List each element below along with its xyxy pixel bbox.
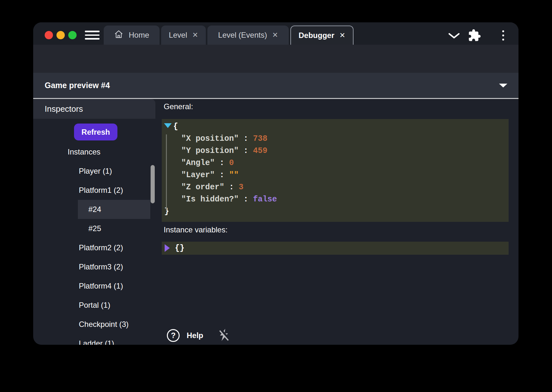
empty-object-braces: {} — [175, 242, 184, 255]
tree-item-platform4[interactable]: Platform4 (1) — [33, 276, 155, 296]
tree-item-instance-24-selected[interactable]: #24 — [78, 200, 150, 219]
colon: : — [243, 146, 248, 155]
home-icon — [114, 29, 123, 41]
property-key: "Y position" — [181, 146, 239, 155]
property-value: "" — [229, 170, 239, 180]
property-row-angle: "Angle" : 0 — [162, 157, 509, 169]
tab-label: Level (Events) — [218, 31, 267, 40]
tree-item-platform2[interactable]: Platform2 (2) — [33, 238, 155, 257]
help-question-icon[interactable]: ? — [167, 329, 180, 342]
property-value: 3 — [239, 183, 243, 192]
refresh-button[interactable]: Refresh — [74, 124, 117, 140]
title-tab-bar: Home Level ✕ Level (Events) ✕ Debugger ✕ — [33, 22, 518, 45]
property-row-y-position: "Y position" : 459 — [162, 145, 509, 157]
help-button[interactable]: Help — [187, 331, 203, 340]
app-window: Home Level ✕ Level (Events) ✕ Debugger ✕ — [33, 22, 518, 345]
property-key: "Layer" — [181, 170, 215, 180]
inspectors-header: Inspectors — [33, 99, 155, 119]
colon: : — [220, 158, 224, 168]
close-tab-icon[interactable]: ✕ — [272, 31, 278, 39]
instance-variables-label: Instance variables: — [164, 225, 228, 234]
kebab-menu-icon[interactable] — [502, 30, 504, 41]
question-glyph: ? — [171, 331, 176, 340]
tab-home[interactable]: Home — [104, 26, 160, 45]
colon: : — [243, 134, 248, 143]
preview-dropdown-caret-icon[interactable] — [499, 84, 507, 87]
property-row-x-position: "X position" : 738 — [162, 133, 509, 145]
tab-level-events[interactable]: Level (Events) ✕ — [207, 26, 289, 45]
colon: : — [220, 170, 224, 180]
instance-variables-panel: {} — [162, 242, 509, 255]
game-preview-header[interactable]: Game preview #4 — [33, 73, 518, 99]
sidebar-scrollbar-thumb[interactable] — [151, 165, 155, 203]
debugger-toolbar: Pause — [33, 45, 518, 73]
tree-item-instances[interactable]: Instances — [33, 142, 155, 162]
tree-guide-line — [166, 134, 167, 210]
property-value: 459 — [253, 146, 267, 155]
collapse-expanded-arrow-icon[interactable] — [164, 123, 172, 128]
tree-item-platform3[interactable]: Platform3 (2) — [33, 257, 155, 276]
tab-level[interactable]: Level ✕ — [161, 26, 206, 45]
maximize-window-button[interactable] — [68, 31, 77, 39]
property-value: false — [253, 195, 277, 204]
colon: : — [243, 195, 248, 204]
close-tab-icon[interactable]: ✕ — [192, 31, 198, 39]
property-key: "Angle" — [181, 158, 215, 168]
close-window-button[interactable] — [45, 31, 53, 39]
property-value: 0 — [229, 158, 234, 168]
close-tab-icon[interactable]: ✕ — [339, 31, 345, 40]
chevron-down-icon[interactable] — [448, 33, 460, 39]
tree-item-player[interactable]: Player (1) — [33, 162, 155, 181]
property-key: "Is hidden?" — [181, 195, 239, 204]
property-row-z-order: "Z order" : 3 — [162, 181, 509, 193]
tree-item-checkpoint[interactable]: Checkpoint (3) — [33, 315, 155, 334]
json-close-brace: } — [162, 206, 509, 218]
tab-label: Level — [169, 31, 187, 40]
traffic-lights — [45, 31, 77, 39]
hamburger-menu-icon[interactable] — [85, 31, 100, 40]
tree-item-portal[interactable]: Portal (1) — [33, 296, 155, 315]
property-row-layer: "Layer" : "" — [162, 169, 509, 181]
tree-item-platform1[interactable]: Platform1 (2) — [33, 181, 155, 200]
property-value: 738 — [253, 134, 267, 143]
bottom-bar: ? Help — [167, 328, 231, 343]
minimize-window-button[interactable] — [56, 31, 65, 39]
property-key: "X position" — [181, 134, 239, 143]
game-preview-title: Game preview #4 — [45, 73, 110, 98]
tab-strip: Home Level ✕ Level (Events) ✕ Debugger ✕ — [104, 26, 354, 45]
general-section-label: General: — [164, 102, 193, 111]
tree-item-instance-25[interactable]: #25 — [33, 219, 155, 238]
tab-debugger[interactable]: Debugger ✕ — [290, 26, 354, 45]
property-row-is-hidden: "Is hidden?" : false — [162, 193, 509, 206]
colon: : — [229, 183, 234, 192]
instances-tree: Instances Player (1) Platform1 (2) #24 #… — [33, 142, 155, 345]
json-open-brace: { — [162, 119, 509, 133]
tab-label: Debugger — [299, 31, 334, 40]
tab-label: Home — [129, 31, 149, 40]
general-properties-panel: { "X position" : 738 "Y position" : 459 … — [162, 119, 509, 222]
property-key: "Z order" — [181, 183, 224, 192]
extensions-puzzle-icon[interactable] — [468, 29, 481, 42]
flash-off-icon[interactable] — [217, 328, 231, 343]
expand-collapsed-arrow-icon[interactable] — [165, 244, 170, 252]
tree-item-ladder[interactable]: Ladder (1) — [33, 334, 155, 345]
